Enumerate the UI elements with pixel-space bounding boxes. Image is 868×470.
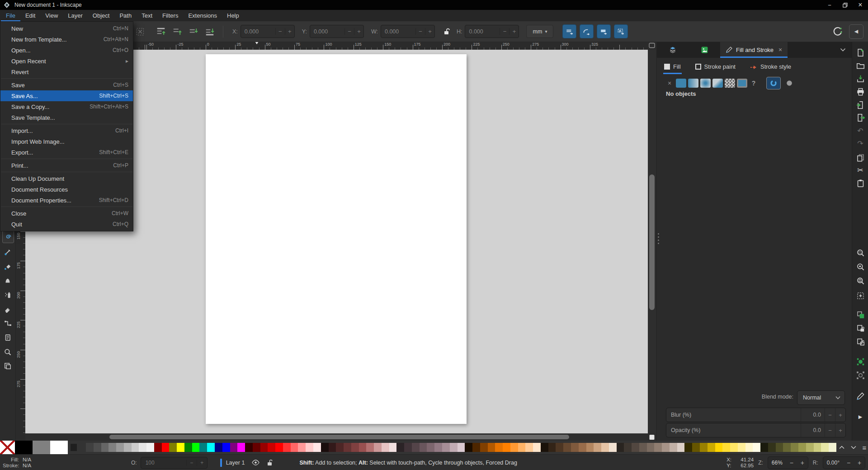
palette-swatch[interactable] <box>108 443 116 452</box>
palette-swatch[interactable] <box>329 443 336 452</box>
mesh-gradient-button[interactable] <box>712 79 723 88</box>
palette-swatch[interactable] <box>480 443 488 452</box>
palette-swatch[interactable] <box>692 443 700 452</box>
menu-item-document-properties[interactable]: Document Properties...Shift+Ctrl+D <box>0 195 133 206</box>
menu-item-new[interactable]: NewCtrl+N <box>0 23 133 34</box>
lower-to-bottom-icon[interactable] <box>205 27 215 37</box>
print-icon[interactable] <box>855 86 866 97</box>
palette-swatch[interactable] <box>708 443 715 452</box>
save-document-icon[interactable] <box>855 73 866 84</box>
rotation-increment[interactable]: + <box>854 459 865 466</box>
unknown-paint-button[interactable]: ? <box>749 80 758 87</box>
menu-item-revert[interactable]: Revert <box>0 66 133 77</box>
horizontal-scrollbar-thumb[interactable] <box>109 435 569 439</box>
no-paint-button[interactable]: × <box>665 80 674 87</box>
layer-lock-icon[interactable] <box>267 459 273 466</box>
palette-swatch[interactable] <box>617 443 624 452</box>
palette-swatch[interactable] <box>222 443 230 452</box>
palette-swatch[interactable] <box>154 443 162 452</box>
flat-color-button[interactable] <box>676 79 686 88</box>
scale-corners-toggle[interactable] <box>580 24 594 38</box>
x-input[interactable]: 0.000 − + <box>241 25 295 38</box>
cut-icon[interactable]: ✂ <box>855 165 866 176</box>
zoom-decrement[interactable]: − <box>786 459 797 466</box>
palette-swatch[interactable] <box>798 443 806 452</box>
x-decrement[interactable]: − <box>275 28 285 35</box>
minimize-button[interactable]: − <box>822 0 837 10</box>
close-button[interactable]: × <box>853 0 868 10</box>
palette-swatch[interactable] <box>215 443 222 452</box>
vertical-scrollbar[interactable] <box>648 50 656 433</box>
blur-increment[interactable]: + <box>835 408 845 422</box>
scale-stroke-toggle[interactable] <box>562 24 576 38</box>
h-increment[interactable]: + <box>509 28 519 35</box>
menu-item-open[interactable]: Open...Ctrl+O <box>0 45 133 56</box>
palette-swatch[interactable] <box>579 443 586 452</box>
palette-swatch[interactable] <box>571 443 579 452</box>
palette-black[interactable] <box>15 441 33 454</box>
undo-icon[interactable]: ↶ <box>855 126 866 136</box>
palette-swatch[interactable] <box>639 443 647 452</box>
connector-tool[interactable] <box>2 318 13 329</box>
blend-mode-dropdown[interactable]: Normal <box>797 390 845 405</box>
h-decrement[interactable]: − <box>500 28 509 35</box>
palette-white[interactable] <box>50 441 68 454</box>
tab-stroke-paint[interactable]: Stroke paint <box>694 61 736 73</box>
palette-swatch[interactable] <box>86 443 94 452</box>
palette-swatch[interactable] <box>548 443 556 452</box>
w-increment[interactable]: + <box>425 28 434 35</box>
palette-swatch[interactable] <box>396 443 404 452</box>
palette-swatch[interactable] <box>207 443 215 452</box>
tab-export[interactable] <box>689 42 720 58</box>
tab-layers[interactable] <box>657 42 689 58</box>
tweak-tool[interactable] <box>2 275 13 287</box>
palette-swatch[interactable] <box>495 443 503 452</box>
lock-ratio-icon[interactable] <box>443 28 450 35</box>
duplicate-icon[interactable] <box>855 309 866 320</box>
palette-swatch[interactable] <box>533 443 541 452</box>
palette-swatch[interactable] <box>821 443 829 452</box>
y-increment[interactable]: + <box>354 28 363 35</box>
opacity-increment[interactable]: + <box>197 460 207 466</box>
maximize-button[interactable] <box>837 0 853 10</box>
raise-to-top-icon[interactable] <box>156 27 166 37</box>
paint-bucket-tool[interactable] <box>2 261 13 273</box>
menu-item-quit[interactable]: QuitCtrl+Q <box>0 219 133 230</box>
palette-swatch[interactable] <box>382 443 389 452</box>
palette-swatch[interactable] <box>745 443 753 452</box>
palette-scroll-down[interactable] <box>849 442 858 452</box>
scale-patterns-toggle[interactable] <box>614 24 628 38</box>
radial-gradient-button[interactable] <box>700 79 711 88</box>
eraser-tool[interactable] <box>2 303 13 315</box>
menu-item-clean-up-document[interactable]: Clean Up Document <box>0 173 133 184</box>
palette-swatch[interactable] <box>116 443 124 452</box>
palette-swatch[interactable] <box>662 443 670 452</box>
more-commands-icon[interactable]: ▶ <box>855 411 866 422</box>
palette-swatch[interactable] <box>237 443 245 452</box>
ungroup-icon[interactable] <box>855 370 866 381</box>
palette-swatch[interactable] <box>684 443 692 452</box>
palette-swatch[interactable] <box>715 443 723 452</box>
dropper-tool[interactable] <box>2 246 13 258</box>
palette-swatch[interactable] <box>412 443 420 452</box>
palette-dark-swatch[interactable] <box>71 444 77 451</box>
measure-tool[interactable] <box>2 332 13 343</box>
palette-swatch[interactable] <box>427 443 434 452</box>
menu-item-save-as[interactable]: Save As...Shift+Ctrl+S <box>0 90 133 101</box>
palette-swatch[interactable] <box>321 443 329 452</box>
palette-swatch[interactable] <box>510 443 518 452</box>
palette-swatch[interactable] <box>814 443 821 452</box>
palette-swatch[interactable] <box>783 443 791 452</box>
palette-swatch[interactable] <box>829 443 836 452</box>
menu-item-document-resources[interactable]: Document Resources <box>0 184 133 195</box>
current-layer[interactable]: Layer 1 <box>226 460 245 466</box>
vertical-scrollbar-thumb[interactable] <box>649 174 655 310</box>
palette-swatch[interactable] <box>124 443 132 452</box>
palette-swatch[interactable] <box>283 443 291 452</box>
palette-swatch[interactable] <box>760 443 768 452</box>
palette-swatch[interactable] <box>336 443 344 452</box>
palette-swatch[interactable] <box>306 443 313 452</box>
palette-swatch[interactable] <box>404 443 412 452</box>
menu-item-save-a-copy[interactable]: Save a Copy...Shift+Ctrl+Alt+S <box>0 101 133 112</box>
scale-gradients-toggle[interactable] <box>597 24 611 38</box>
